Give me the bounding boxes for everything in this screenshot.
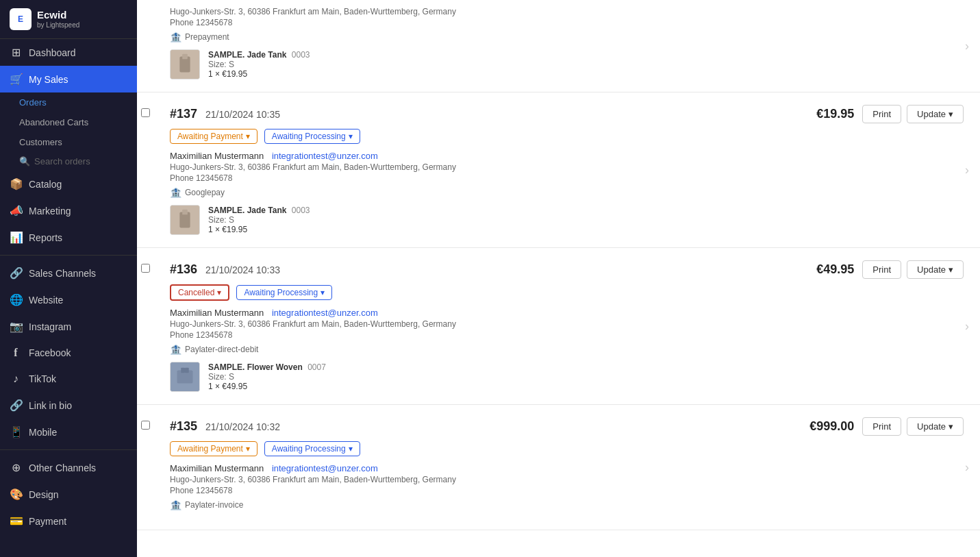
order-136-payment: 🏦 Paylater-direct-debit — [170, 344, 964, 355]
order-137-print-button[interactable]: Print — [862, 105, 901, 123]
chevron-right-icon[interactable]: › — [965, 39, 969, 53]
sidebar-item-mobile[interactable]: 📱 Mobile — [0, 419, 137, 445]
sidebar-item-facebook[interactable]: f Facebook — [0, 340, 137, 366]
order-136-id-date: #136 21/10/2024 10:33 — [170, 262, 280, 277]
sidebar-sub-customers[interactable]: Customers — [0, 132, 137, 152]
order-135-update-button[interactable]: Update ▾ — [907, 417, 964, 436]
order-135-price: €999.00 — [809, 419, 854, 434]
order-135-phone: Phone 12345678 — [170, 486, 964, 495]
sidebar-item-instagram[interactable]: 📷 Instagram — [0, 313, 137, 340]
order-137-address: Hugo-Junkers-Str. 3, 60386 Frankfurt am … — [170, 162, 964, 172]
order-136-print-button[interactable]: Print — [862, 260, 901, 279]
order-135-inner: #135 21/10/2024 10:32 €999.00 Print Upda… — [170, 417, 964, 510]
payment-icon: 🏦 — [170, 187, 181, 198]
partial-product-info: SAMPLE. Jade Tank 0003 Size: S 1 × €19.9… — [208, 50, 310, 79]
order-checkbox-137[interactable] — [141, 108, 150, 117]
sidebar-label-facebook: Facebook — [29, 347, 71, 358]
order-135-payment-status[interactable]: Awaiting Payment ▾ — [170, 441, 257, 456]
sidebar-label-payment: Payment — [29, 516, 66, 527]
chevron-down-icon: ▾ — [217, 288, 221, 297]
sidebar-item-marketing[interactable]: 📣 Marketing — [0, 197, 137, 224]
svg-rect-5 — [182, 210, 188, 215]
sidebar-item-my-sales[interactable]: 🛒 My Sales — [0, 66, 137, 92]
order-136-update-button[interactable]: Update ▾ — [907, 260, 964, 279]
order-136-email[interactable]: integrationtest@unzer.com — [272, 308, 378, 318]
sidebar-label-instagram: Instagram — [29, 321, 71, 332]
order-136-phone: Phone 12345678 — [170, 330, 964, 340]
sidebar-item-payment[interactable]: 💳 Payment — [0, 508, 137, 534]
order-136-chevron[interactable]: › — [965, 319, 969, 334]
chevron-down-icon: ▾ — [246, 444, 250, 454]
checkbox-135[interactable] — [141, 420, 150, 432]
order-136: #136 21/10/2024 10:33 €49.95 Print Updat… — [137, 248, 980, 405]
checkbox-136[interactable] — [141, 263, 150, 275]
order-136-date: 21/10/2024 10:33 — [205, 264, 280, 275]
chevron-down-icon: ▾ — [948, 109, 953, 119]
sidebar-item-tiktok[interactable]: ♪ TikTok — [0, 366, 137, 392]
catalog-icon: 📦 — [10, 177, 22, 190]
order-137-price: €19.95 — [816, 107, 854, 121]
order-137-product-qty: 1 × €19.95 — [208, 225, 310, 234]
order-137-id: #137 — [170, 107, 197, 121]
checkbox-137[interactable] — [141, 108, 150, 120]
order-137-product-info: SAMPLE. Jade Tank 0003 Size: S 1 × €19.9… — [208, 206, 310, 234]
sidebar-item-link-in-bio[interactable]: 🔗 Link in bio — [0, 392, 137, 419]
order-137-inner: #137 21/10/2024 10:35 €19.95 Print Updat… — [170, 105, 964, 235]
order-135-actions: Print Update ▾ — [862, 417, 964, 436]
order-136-fulfillment-status[interactable]: Awaiting Processing ▾ — [236, 285, 332, 300]
order-137-phone: Phone 12345678 — [170, 173, 964, 183]
sidebar-sub-orders[interactable]: Orders — [0, 92, 137, 112]
reports-icon: 📊 — [10, 231, 22, 244]
sales-channels-icon: 🔗 — [10, 267, 22, 280]
order-135-email[interactable]: integrationtest@unzer.com — [272, 463, 378, 473]
order-136-product-thumb — [170, 362, 200, 392]
divider-2 — [0, 449, 137, 450]
sidebar-item-catalog[interactable]: 📦 Catalog — [0, 171, 137, 197]
order-135-id: #135 — [170, 419, 197, 434]
design-icon: 🎨 — [10, 488, 22, 501]
order-137-fulfillment-status[interactable]: Awaiting Processing ▾ — [264, 129, 360, 144]
order-137-email[interactable]: integrationtest@unzer.com — [272, 151, 378, 161]
sidebar-label-marketing: Marketing — [29, 206, 71, 216]
order-135-fulfillment-status[interactable]: Awaiting Processing ▾ — [264, 441, 360, 456]
sidebar-label-mobile: Mobile — [29, 427, 57, 438]
order-checkbox-136[interactable] — [141, 264, 150, 273]
order-137-payment-status[interactable]: Awaiting Payment ▾ — [170, 129, 257, 144]
brand-name: Ecwid — [37, 9, 79, 21]
instagram-icon: 📷 — [10, 320, 22, 333]
order-137-date: 21/10/2024 10:35 — [205, 109, 280, 120]
sidebar-label-website: Website — [29, 295, 63, 306]
order-137-update-button[interactable]: Update ▾ — [907, 105, 964, 123]
payment-icon: 💳 — [10, 515, 22, 528]
facebook-icon: f — [10, 347, 22, 359]
sidebar-item-other-channels[interactable]: ⊕ Other Channels — [0, 454, 137, 481]
order-136-customer: Maximilian Mustermann integrationtest@un… — [170, 308, 964, 318]
order-137-actions: Print Update ▾ — [862, 105, 964, 123]
website-icon: 🌐 — [10, 293, 22, 306]
order-136-product-size: Size: S — [208, 372, 326, 382]
order-checkbox-135[interactable] — [141, 421, 150, 430]
order-137-chevron[interactable]: › — [965, 163, 969, 177]
partial-phone: Phone 12345678 — [170, 18, 964, 27]
order-135-id-date: #135 21/10/2024 10:32 — [170, 419, 280, 434]
sidebar-item-design[interactable]: 🎨 Design — [0, 481, 137, 508]
order-137-product-row: SAMPLE. Jade Tank 0003 Size: S 1 × €19.9… — [170, 205, 964, 235]
sidebar-item-sales-channels[interactable]: 🔗 Sales Channels — [0, 260, 137, 286]
sidebar-item-website[interactable]: 🌐 Website — [0, 286, 137, 313]
payment-method-icon: 🏦 — [170, 32, 181, 42]
order-136-payment-status[interactable]: Cancelled ▾ — [170, 284, 229, 301]
svg-rect-8 — [181, 368, 185, 373]
partial-product-qty: 1 × €19.95 — [208, 69, 310, 79]
partial-payment-method: Prepayment — [185, 32, 229, 42]
sidebar-item-dashboard[interactable]: ⊞ Dashboard — [0, 39, 137, 66]
order-137-product-name: SAMPLE. Jade Tank — [208, 206, 286, 215]
order-135-print-button[interactable]: Print — [862, 417, 901, 436]
sidebar-label-catalog: Catalog — [29, 179, 62, 190]
search-input[interactable] — [34, 156, 127, 166]
logo[interactable]: E Ecwid by Lightspeed — [0, 0, 137, 39]
sidebar-sub-abandoned-carts[interactable]: Abandoned Carts — [0, 112, 137, 132]
order-135-amount-actions: €999.00 Print Update ▾ — [809, 417, 964, 436]
mobile-icon: 📱 — [10, 425, 22, 438]
order-135-chevron[interactable]: › — [965, 460, 969, 475]
sidebar-item-reports[interactable]: 📊 Reports — [0, 224, 137, 251]
